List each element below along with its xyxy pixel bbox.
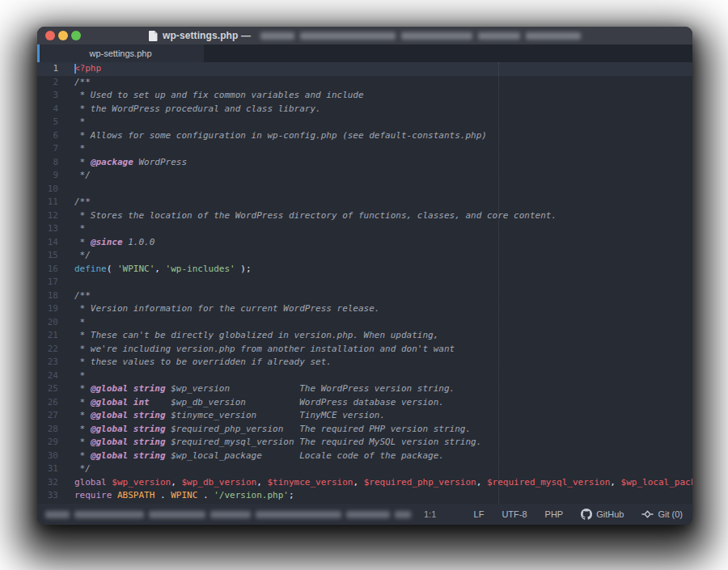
code-line[interactable]: * we're including version.php from anoth… (74, 343, 692, 357)
code-line[interactable]: * (74, 116, 692, 129)
code-token: /** (74, 290, 91, 301)
line-number: 5 (37, 116, 74, 129)
code-token: @global string (91, 437, 166, 447)
code-token: */ (74, 463, 91, 474)
line-number: 17 (37, 276, 74, 289)
code-token: , (610, 477, 620, 488)
code-line[interactable]: global $wp_version, $wp_db_version, $tin… (74, 476, 692, 490)
code-line[interactable]: * these values to be overridden if alrea… (74, 356, 692, 369)
code-line[interactable]: /** (74, 76, 692, 90)
code-line[interactable]: * @global string $tinymce_version TinyMC… (74, 409, 692, 423)
document-icon (149, 31, 158, 41)
tab-wp-settings[interactable]: wp-settings.php (37, 44, 204, 62)
code-lines[interactable]: <?php/** * Used to set up and fix common… (74, 62, 692, 504)
code-token: global (74, 477, 112, 488)
code-token: * (74, 143, 85, 154)
code-line[interactable]: */ (74, 249, 692, 263)
tab-strip-indicator (37, 44, 40, 62)
code-token: WordPress (133, 157, 187, 167)
code-token: ABSPATH (117, 490, 154, 500)
line-number: 27 (37, 409, 74, 423)
code-line[interactable]: * the WordPress procedural and class lib… (74, 103, 692, 116)
code-token: . (197, 490, 214, 500)
code-line[interactable]: /** (74, 289, 692, 303)
code-line[interactable]: * These can't be directly globalized in … (74, 329, 692, 343)
code-line[interactable] (74, 276, 692, 289)
encoding-indicator[interactable]: UTF-8 (502, 509, 527, 519)
code-line[interactable]: * @package WordPress (74, 156, 692, 170)
line-number: 6 (37, 129, 74, 143)
line-number: 1 (37, 62, 74, 76)
minimize-button[interactable] (58, 31, 68, 40)
code-line[interactable]: * (74, 316, 692, 330)
code-line[interactable]: <?php (74, 62, 692, 76)
code-token: * (74, 237, 91, 247)
tab-label: wp-settings.php (89, 49, 151, 58)
code-line[interactable]: */ (74, 462, 692, 476)
zoom-button[interactable] (71, 31, 81, 40)
code-line[interactable]: * Version information for the current Wo… (74, 302, 692, 316)
line-number: 12 (37, 209, 74, 223)
code-line[interactable]: * (74, 142, 692, 156)
code-token: * (74, 383, 91, 394)
code-token: * (74, 397, 91, 407)
line-number: 4 (37, 103, 74, 116)
editor-window: wp-settings.php — wp-settings.php 123456… (37, 27, 692, 525)
code-token: ); (235, 264, 252, 274)
code-token: * (74, 450, 91, 461)
code-token: 'wp-includes' (166, 264, 235, 274)
code-line[interactable]: * (74, 222, 692, 236)
line-number: 9 (37, 169, 74, 183)
line-number: 32 (37, 476, 74, 490)
github-label: GitHub (596, 509, 624, 519)
gutter: 1234567891011121314151617181920212223242… (37, 62, 74, 504)
syntax-selector[interactable]: PHP (545, 509, 564, 519)
code-token: * Used to set up and fix common variable… (74, 90, 364, 100)
code-editor[interactable]: 1234567891011121314151617181920212223242… (37, 62, 692, 504)
line-number: 19 (37, 302, 74, 316)
code-line[interactable]: * (74, 369, 692, 383)
line-number: 16 (37, 263, 74, 277)
code-line[interactable]: * Stores the location of the WordPress d… (74, 209, 692, 223)
code-line[interactable]: * @since 1.0.0 (74, 236, 692, 250)
code-line[interactable] (74, 183, 692, 196)
code-line[interactable]: /** (74, 196, 692, 209)
code-line[interactable]: * Allows for some configuration in wp-co… (74, 129, 692, 143)
code-token: , (171, 477, 181, 488)
code-token: */ (74, 170, 91, 180)
status-bar-right: LF UTF-8 PHP GitHub Git (0) (474, 509, 683, 520)
cursor-position: 1:1 (424, 509, 436, 519)
line-ending-indicator[interactable]: LF (474, 509, 485, 519)
line-number: 10 (37, 183, 74, 196)
line-number: 26 (37, 396, 74, 410)
github-status[interactable]: GitHub (581, 509, 624, 520)
code-line[interactable]: * @global string $required_php_version T… (74, 423, 692, 437)
code-token: <?php (74, 63, 101, 74)
code-token: @global string (91, 450, 166, 461)
code-token: $wp_db_version WordPress database versio… (150, 397, 444, 407)
traffic-lights (45, 31, 81, 40)
line-number: 18 (37, 289, 74, 303)
code-token: */ (74, 250, 91, 260)
code-line[interactable]: * @global string $wp_local_package Local… (74, 450, 692, 463)
title-bar[interactable]: wp-settings.php — (37, 27, 692, 44)
code-line[interactable]: * @global string $wp_version The WordPre… (74, 382, 692, 396)
code-token: ( (107, 264, 117, 274)
code-token: $required_mysql_version The required MyS… (166, 437, 482, 447)
line-number: 31 (37, 462, 74, 476)
code-token: * (74, 424, 91, 434)
code-line[interactable]: * @global int $wp_db_version WordPress d… (74, 396, 692, 410)
code-line[interactable]: require ABSPATH . WPINC . '/version.php'… (74, 489, 692, 503)
code-line[interactable]: define( 'WPINC', 'wp-includes' ); (74, 263, 692, 277)
code-token: @global int (91, 397, 150, 407)
line-number: 22 (37, 343, 74, 357)
status-bar: 1:1 LF UTF-8 PHP GitHub Git (0) (37, 504, 692, 525)
code-line[interactable]: * @global string $required_mysql_version… (74, 436, 692, 450)
git-status[interactable]: Git (0) (641, 509, 683, 519)
text-caret (74, 64, 76, 74)
git-label: Git (0) (658, 509, 683, 519)
code-line[interactable]: */ (74, 169, 692, 183)
code-line[interactable]: * Used to set up and fix common variable… (74, 89, 692, 103)
redacted-title-text (260, 32, 581, 40)
close-button[interactable] (45, 31, 55, 40)
